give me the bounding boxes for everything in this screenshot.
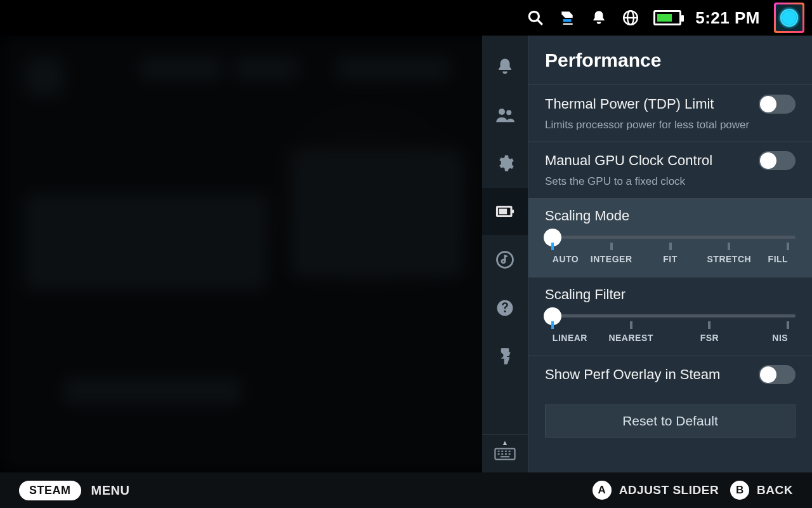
network-icon[interactable] bbox=[622, 9, 639, 27]
avatar[interactable] bbox=[774, 3, 804, 33]
quick-access-panel: ▲ Performance Thermal Power (TDP) Limit … bbox=[482, 36, 812, 472]
slider-tick-label: NIS bbox=[772, 333, 788, 343]
tdp-toggle[interactable] bbox=[759, 95, 796, 114]
tab-power[interactable] bbox=[482, 333, 528, 380]
scaling-filter-label: Scaling Filter bbox=[545, 286, 796, 303]
slider-tick bbox=[669, 243, 672, 250]
reset-to-default-button[interactable]: Reset to Default bbox=[545, 404, 796, 438]
slider-tick bbox=[728, 243, 730, 250]
perf-overlay-toggle[interactable] bbox=[759, 365, 796, 384]
slider-tick bbox=[551, 321, 554, 329]
svg-line-1 bbox=[537, 20, 542, 25]
performance-panel: Performance Thermal Power (TDP) Limit Li… bbox=[528, 36, 812, 472]
slider-tick bbox=[787, 321, 789, 329]
tdp-label: Thermal Power (TDP) Limit bbox=[545, 96, 714, 112]
row-scaling-filter[interactable]: Scaling Filter LINEARNEARESTFSRNIS bbox=[528, 277, 812, 356]
tab-friends[interactable] bbox=[482, 91, 528, 138]
tdp-desc: Limits processor power for less total po… bbox=[545, 119, 796, 131]
slider-tick-label: FILL bbox=[768, 254, 789, 264]
chevron-up-icon: ▲ bbox=[502, 439, 509, 446]
a-button-icon: A bbox=[593, 481, 612, 500]
row-tdp-limit[interactable]: Thermal Power (TDP) Limit Limits process… bbox=[528, 86, 812, 142]
slider-tick-label: LINEAR bbox=[553, 333, 587, 343]
slider-tick bbox=[551, 243, 554, 250]
tab-notifications[interactable] bbox=[482, 43, 528, 90]
battery-icon bbox=[653, 10, 681, 25]
gpu-label: Manual GPU Clock Control bbox=[545, 152, 712, 169]
top-status-bar: 5:21 PM bbox=[0, 0, 812, 36]
search-icon[interactable] bbox=[527, 9, 544, 27]
slider-tick-label: FIT bbox=[663, 254, 678, 264]
slider-tick bbox=[787, 243, 789, 250]
perf-overlay-label: Show Perf Overlay in Steam bbox=[545, 366, 720, 383]
scaling-mode-label: Scaling Mode bbox=[545, 208, 796, 224]
svg-point-0 bbox=[529, 11, 539, 21]
slider-tick bbox=[610, 243, 613, 250]
slider-tick-label: NEAREST bbox=[608, 333, 653, 343]
slider-tick-label: INTEGER bbox=[591, 254, 632, 264]
hint-a-adjust-slider: A ADJUST SLIDER bbox=[593, 481, 719, 500]
svg-point-6 bbox=[499, 109, 505, 115]
steam-logo-icon[interactable] bbox=[558, 9, 576, 27]
svg-point-7 bbox=[506, 110, 511, 115]
tab-settings[interactable] bbox=[482, 140, 528, 187]
bottom-action-bar: STEAM MENU A ADJUST SLIDER B BACK bbox=[0, 472, 812, 508]
hint-a-label: ADJUST SLIDER bbox=[619, 483, 719, 497]
svg-rect-9 bbox=[499, 209, 508, 215]
gpu-toggle[interactable] bbox=[759, 151, 796, 170]
slider-tick bbox=[708, 321, 710, 329]
gpu-desc: Sets the GPU to a fixed clock bbox=[545, 175, 796, 188]
scaling-filter-slider[interactable]: LINEARNEARESTFSRNIS bbox=[545, 314, 796, 345]
slider-tick-label: AUTO bbox=[553, 254, 579, 264]
hint-b-back: B BACK bbox=[730, 481, 793, 500]
scaling-mode-slider[interactable]: AUTOINTEGERFITSTRETCHFILL bbox=[545, 236, 796, 267]
tab-performance[interactable] bbox=[482, 188, 528, 235]
steam-button[interactable]: STEAM bbox=[19, 481, 81, 500]
slider-tick-label: STRETCH bbox=[707, 254, 752, 264]
quick-access-tabs: ▲ bbox=[482, 36, 528, 472]
slider-tick bbox=[630, 321, 632, 329]
row-gpu-clock[interactable]: Manual GPU Clock Control Sets the GPU to… bbox=[528, 142, 812, 199]
row-perf-overlay[interactable]: Show Perf Overlay in Steam bbox=[528, 356, 812, 394]
svg-rect-2 bbox=[563, 23, 573, 25]
slider-tick-label: FSR bbox=[700, 333, 719, 343]
hint-b-label: BACK bbox=[757, 483, 793, 497]
menu-label: MENU bbox=[91, 483, 130, 498]
tab-help[interactable] bbox=[482, 284, 528, 331]
notifications-icon[interactable] bbox=[590, 9, 608, 27]
b-button-icon: B bbox=[730, 481, 749, 500]
reset-label: Reset to Default bbox=[622, 413, 718, 429]
tab-keyboard[interactable]: ▲ bbox=[482, 434, 528, 472]
panel-title: Performance bbox=[528, 36, 812, 84]
clock: 5:21 PM bbox=[695, 8, 760, 28]
tab-music[interactable] bbox=[482, 236, 528, 283]
row-scaling-mode[interactable]: Scaling Mode AUTOINTEGERFITSTRETCHFILL bbox=[528, 199, 812, 277]
